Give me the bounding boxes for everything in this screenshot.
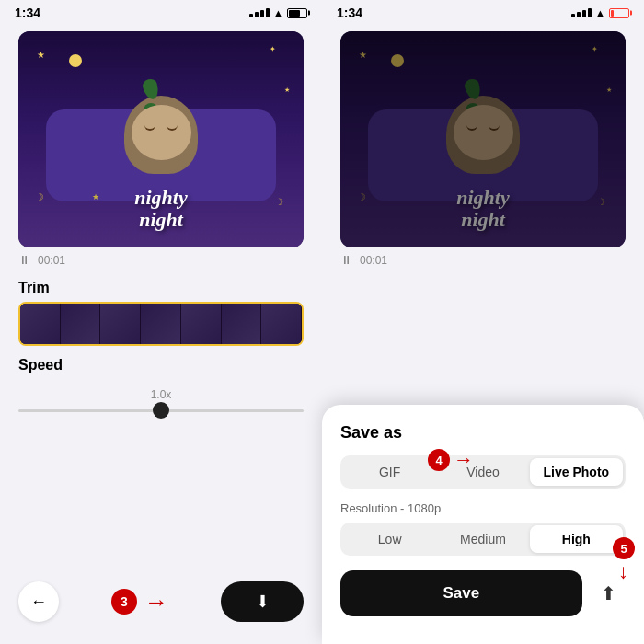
right-status-icons: ▲: [571, 7, 629, 18]
crescent-icon: ☽: [597, 197, 605, 207]
step3-arrow-icon: →: [144, 588, 168, 616]
wifi-icon: ▲: [273, 7, 283, 18]
sloth-eye-right: [167, 125, 178, 131]
quality-tabs: Low Medium High: [340, 523, 626, 556]
tab-high[interactable]: High: [530, 525, 623, 553]
trim-strip[interactable]: [18, 302, 304, 346]
battery-icon-red: [609, 8, 629, 18]
star-icon: ★: [606, 86, 612, 94]
crescent-icon: ☽: [35, 191, 44, 203]
speed-label: Speed: [18, 357, 304, 374]
trim-frame-6: [222, 304, 262, 344]
sloth-body: [446, 96, 520, 174]
sloth-eye-left: [144, 125, 155, 131]
back-button[interactable]: ←: [18, 581, 59, 622]
download-button[interactable]: ⬇: [221, 581, 304, 622]
sloth-eyes: [466, 125, 500, 131]
left-status-time: 1:34: [15, 6, 40, 20]
tab-medium[interactable]: Medium: [436, 525, 529, 553]
back-icon: ←: [30, 592, 47, 612]
left-status-icons: ▲: [249, 7, 307, 18]
trim-frame-5: [181, 304, 222, 344]
share-icon: ⬆: [601, 582, 616, 604]
step5-badge: 5: [613, 537, 635, 559]
crescent-icon: ☽: [357, 191, 366, 203]
step4-area: 4 →: [428, 448, 474, 472]
sloth-face: [454, 105, 513, 160]
video-timestamp: 00:01: [38, 254, 65, 267]
left-video-controls: ⏸ 00:01: [18, 247, 304, 272]
moon-icon: [391, 54, 404, 67]
signal-icon: [571, 8, 592, 17]
sloth-face: [132, 105, 191, 160]
moon-icon: [69, 54, 82, 67]
video-timestamp: 00:01: [360, 254, 387, 267]
crescent-icon: ☽: [275, 197, 283, 207]
speed-value-row: 1.0x: [18, 388, 304, 401]
speed-value: 1.0x: [151, 388, 172, 401]
tab-live-photo[interactable]: Live Photo: [530, 458, 623, 486]
tab-low[interactable]: Low: [343, 525, 436, 553]
pause-icon[interactable]: ⏸: [18, 253, 30, 267]
star-icon: ★: [37, 50, 45, 60]
trim-frame-4: [141, 304, 181, 344]
sheet-title: Save as: [340, 423, 626, 443]
save-as-sheet: Save as GIF Video Live Photo 4 →: [322, 405, 644, 644]
sloth-body: [124, 96, 198, 174]
left-phone-panel: 1:34 ▲ ★ ✦ ★: [0, 0, 322, 644]
star-icon: ★: [284, 86, 290, 94]
star-icon: ✦: [270, 45, 276, 53]
step5-arrow-icon: →: [612, 563, 636, 583]
nighty-night-text: nightynight: [456, 187, 509, 231]
right-status-time: 1:34: [337, 6, 362, 20]
right-video-preview: ★ ✦ ★ ☽ ☽ nightynight: [340, 31, 626, 247]
save-row: Save ⬆ 5 →: [340, 570, 626, 616]
tab-gif[interactable]: GIF: [343, 458, 436, 486]
sloth-eyes: [144, 125, 178, 131]
trim-frame-2: [61, 304, 101, 344]
left-illustration: ★ ✦ ★: [18, 31, 304, 247]
format-tabs: GIF Video Live Photo: [340, 455, 626, 489]
save-label: Save: [443, 584, 480, 603]
left-bottom-toolbar: ← 3 → ⬇: [18, 581, 304, 622]
right-illustration: ★ ✦ ★ ☽ ☽ nightynight: [340, 31, 626, 247]
step5-area: 5 →: [613, 537, 635, 585]
nighty-night-text: nightynight: [134, 187, 187, 231]
step4-badge: 4: [428, 449, 450, 471]
speed-slider[interactable]: [18, 401, 304, 420]
left-video-preview: ★ ✦ ★: [18, 31, 304, 247]
trim-frame-1: [20, 304, 61, 344]
trim-frame-3: [100, 304, 141, 344]
resolution-label: Resolution - 1080p: [340, 501, 626, 515]
right-phone-panel: 1:34 ▲ ★ ✦ ★: [322, 0, 644, 644]
speed-thumb[interactable]: [153, 402, 169, 419]
step4-arrow-icon: →: [454, 448, 474, 472]
star-small-icon: ★: [92, 192, 99, 201]
battery-icon: [287, 8, 307, 18]
wifi-icon: ▲: [595, 7, 605, 18]
step3-badge: 3: [111, 589, 137, 615]
star-icon: ✦: [592, 45, 598, 53]
format-tabs-container: GIF Video Live Photo 4 →: [340, 455, 626, 489]
save-button[interactable]: Save: [340, 570, 582, 616]
step3-area: 3 →: [111, 588, 168, 616]
right-video-controls: ⏸ 00:01: [340, 247, 626, 272]
trim-label: Trim: [18, 280, 304, 296]
sloth-eye-left: [466, 125, 477, 131]
trim-frame-7: [261, 304, 302, 344]
trim-frames: [20, 304, 302, 344]
star-icon: ★: [359, 50, 367, 60]
pause-icon[interactable]: ⏸: [340, 253, 352, 267]
signal-icon: [249, 8, 270, 17]
right-status-bar: 1:34 ▲: [322, 0, 644, 26]
download-icon: ⬇: [256, 592, 270, 612]
left-status-bar: 1:34 ▲: [0, 0, 322, 26]
sloth-eye-right: [489, 125, 500, 131]
